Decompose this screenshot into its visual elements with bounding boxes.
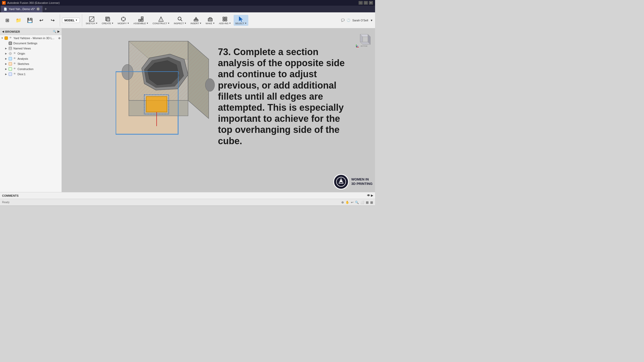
zoom-icon[interactable]: ↩ — [351, 201, 353, 204]
undo-icon: ↩ — [38, 17, 44, 23]
svg-rect-17 — [194, 20, 198, 21]
sidebar-expand-icon[interactable]: ▶ — [57, 30, 60, 33]
redo-button[interactable]: ↪ — [47, 16, 58, 24]
comments-bar: COMMENTS 👁 ▶ — [0, 192, 375, 199]
grid-icon-status[interactable]: ▦ — [370, 201, 373, 204]
svg-rect-9 — [139, 19, 141, 21]
tab-close-button[interactable]: ✕ — [37, 7, 40, 11]
maximize-button[interactable]: □ — [364, 1, 368, 5]
window-controls[interactable]: ─ □ ✕ — [359, 1, 373, 5]
select-group[interactable]: SELECT ▼ — [234, 15, 248, 26]
tree-item-doc-settings[interactable]: Document Settings — [0, 41, 62, 46]
origin-eye-icon[interactable]: 👁 — [13, 52, 17, 55]
svg-point-48 — [122, 64, 133, 80]
insert-icon — [193, 16, 199, 22]
construction-eye-icon[interactable]: 👁 — [13, 67, 17, 71]
inspect-group[interactable]: INSPECT ▼ — [172, 15, 188, 26]
tab-main[interactable]: 📄 Yard Yah...Demo v5* ✕ — [1, 6, 43, 12]
status-text: Ready — [2, 201, 10, 204]
tree-item-dice[interactable]: ▶ 👁 Dice:1 — [0, 72, 62, 77]
sidebar-icons: 🔍 ▶ — [53, 30, 60, 33]
addins-label: ADD-INS ▼ — [219, 22, 231, 25]
sidebar-search-icon[interactable]: 🔍 — [53, 30, 56, 33]
separator-1 — [60, 14, 60, 27]
wi3dp-line2: 3D PRINTING — [351, 182, 372, 186]
svg-marker-18 — [194, 17, 198, 19]
separator-2 — [82, 14, 82, 27]
construct-group[interactable]: CONSTRUCT ▼ — [151, 15, 171, 26]
display-mode-icon[interactable]: ▦ — [366, 201, 369, 204]
dice-eye-icon[interactable]: 👁 — [13, 72, 17, 76]
redo-icon: ↪ — [49, 17, 56, 23]
named-views-expand-icon: ▶ — [5, 47, 8, 50]
root-eye-icon[interactable]: 👁 — [9, 36, 13, 40]
assemble-icon — [138, 16, 144, 22]
tab-file-icon: 📄 — [4, 7, 7, 11]
addins-group[interactable]: ADD-INS ▼ — [217, 15, 233, 26]
instruction-panel: 73. Complete a section analysis of the o… — [215, 44, 352, 149]
notification-icon[interactable]: 💬 — [341, 19, 345, 22]
construction-label: Construction — [18, 67, 33, 71]
root-expand-icon: ▼ — [1, 37, 4, 39]
sketches-eye-icon[interactable]: 👁 — [13, 62, 17, 66]
tree-item-sketches[interactable]: ▶ 👁 Sketches — [0, 61, 62, 66]
svg-marker-46 — [188, 41, 209, 118]
create-group[interactable]: CREATE ▼ — [100, 15, 115, 26]
model-viewport-svg — [108, 33, 216, 144]
create-icon — [105, 16, 111, 22]
save-button[interactable]: 💾 — [25, 16, 35, 24]
tree-root[interactable]: ▼ 👁 Yard Yahtzee - Women in 3D L... ⚙ — [0, 36, 62, 41]
user-chevron-icon[interactable]: ▼ — [370, 19, 373, 22]
sketches-label: Sketches — [18, 62, 29, 65]
file-button[interactable]: 📁 — [13, 16, 24, 24]
make-group[interactable]: MAKE ▼ — [204, 15, 216, 26]
select-icon — [238, 16, 244, 22]
modify-group[interactable]: MODIFY ▼ — [116, 15, 131, 26]
browser-tree: ▼ 👁 Yard Yahtzee - Women in 3D L... ⚙ Do… — [0, 35, 62, 192]
svg-line-1 — [89, 17, 94, 21]
clock-icon[interactable]: 🕐 — [347, 19, 350, 22]
origin-expand-icon: ▶ — [5, 52, 8, 55]
new-tab-button[interactable]: + — [43, 6, 49, 12]
tree-item-origin[interactable]: ▶ 👁 Origin — [0, 51, 62, 56]
app-menu-button[interactable]: ⊞ — [2, 16, 12, 24]
sketch-group[interactable]: SKETCH ▼ — [84, 15, 99, 26]
comments-eye-icon[interactable]: 👁 — [367, 194, 370, 197]
wi3dp-logo: WOMEN IN 3D PRINTING — [333, 174, 372, 189]
addins-icon — [222, 16, 228, 22]
modify-label: MODIFY ▼ — [118, 22, 129, 25]
comments-expand-icon[interactable]: ▶ — [371, 194, 373, 197]
main-area: ◀ BROWSER 🔍 ▶ ▼ 👁 Yard Yahtzee - Women i… — [0, 28, 375, 192]
tree-item-construction[interactable]: ▶ 👁 Construction — [0, 66, 62, 72]
model-selector[interactable]: MODEL ▼ — [62, 18, 80, 23]
viewport[interactable]: 73. Complete a section analysis of the o… — [62, 28, 375, 192]
cube-nav[interactable]: BOTTOM — [355, 30, 373, 48]
analysis-eye-icon[interactable]: 👁 — [13, 57, 17, 61]
orbit-icon[interactable]: ⊕ — [341, 201, 344, 204]
wi3dp-text: WOMEN IN 3D PRINTING — [351, 177, 372, 186]
app-icon: F — [2, 1, 6, 5]
minimize-button[interactable]: ─ — [359, 1, 363, 5]
pan-icon[interactable]: ✋ — [345, 201, 349, 204]
tab-label: Yard Yah...Demo v5* — [9, 7, 35, 11]
tree-item-analysis[interactable]: ▶ 👁 Analysis — [0, 56, 62, 61]
tree-item-named-views[interactable]: ▶ Named Views — [0, 46, 62, 51]
sketches-expand-icon: ▶ — [5, 63, 8, 65]
sketch-label: SKETCH ▼ — [86, 22, 98, 25]
root-settings-icon[interactable]: ⚙ — [58, 37, 61, 40]
svg-marker-25 — [239, 16, 243, 22]
create-label: CREATE ▼ — [102, 22, 114, 25]
insert-group[interactable]: INSERT ▼ — [189, 15, 203, 26]
zoom-fit-icon[interactable]: 🔍 — [355, 201, 359, 204]
view-cube-icon[interactable]: ⬜ — [360, 201, 364, 204]
origin-icon — [8, 51, 12, 56]
toolbar: ⊞ 📁 💾 ↩ ↪ MODEL ▼ SK — [0, 12, 375, 28]
undo-button[interactable]: ↩ — [36, 16, 46, 24]
sidebar-collapse-button[interactable]: ◀ — [2, 30, 4, 33]
svg-rect-3 — [107, 18, 110, 21]
svg-rect-37 — [9, 73, 12, 76]
assemble-group[interactable]: ASSEMBLE ▼ — [132, 15, 150, 26]
grid-icon: ⊞ — [4, 17, 10, 23]
dice-icon — [8, 72, 12, 76]
close-button[interactable]: ✕ — [369, 1, 373, 5]
